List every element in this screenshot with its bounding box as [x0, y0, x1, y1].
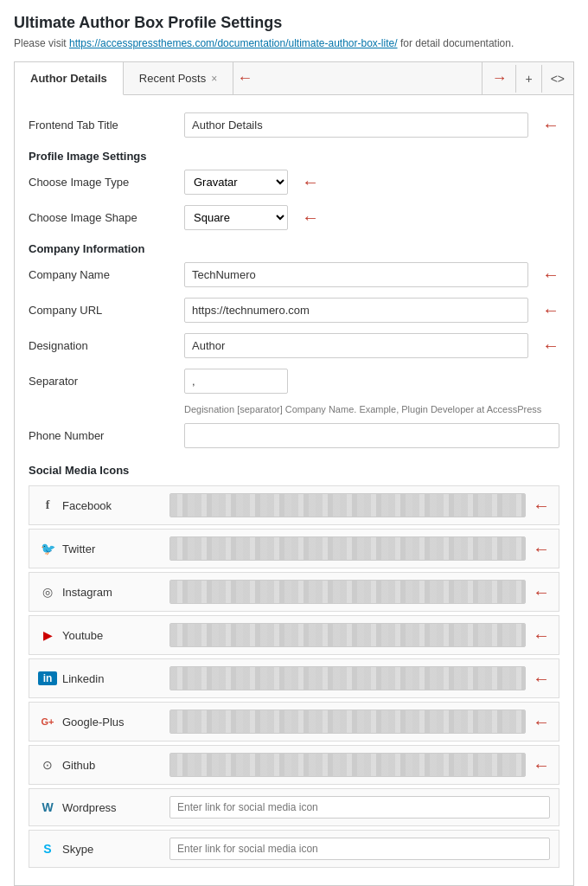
google-plus-arrow: ←	[533, 712, 550, 732]
profile-image-section-title: Profile Image Settings	[29, 150, 559, 163]
instagram-label: Instagram	[57, 586, 169, 599]
tab-recent-posts-label: Recent Posts	[139, 72, 206, 85]
twitter-arrow: ←	[533, 539, 550, 559]
choose-image-shape-row: Choose Image Shape Square Circle ←	[29, 205, 559, 230]
linkedin-input[interactable]	[169, 666, 526, 690]
choose-image-type-label: Choose Image Type	[29, 176, 184, 189]
designation-input[interactable]	[184, 333, 528, 358]
separator-input[interactable]	[184, 369, 288, 394]
company-url-arrow: ←	[542, 300, 559, 320]
doc-link-text: Please visit https://accesspressthemes.c…	[14, 37, 574, 49]
social-media-section-title: Social Media Icons	[29, 464, 559, 477]
phone-number-input-wrap	[184, 423, 559, 448]
designation-input-wrap: ←	[184, 333, 559, 358]
social-row-facebook: f Facebook ←	[29, 485, 559, 525]
youtube-arrow: ←	[533, 626, 550, 645]
choose-image-shape-select[interactable]: Square Circle	[184, 205, 288, 230]
linkedin-icon: in	[38, 671, 57, 685]
github-input[interactable]	[169, 753, 526, 777]
choose-image-type-row: Choose Image Type Gravatar Custom Image …	[29, 170, 559, 195]
doc-link[interactable]: https://accesspressthemes.com/documentat…	[69, 37, 398, 49]
facebook-arrow: ←	[533, 496, 550, 516]
social-row-google-plus: G+ Google-Plus ←	[29, 702, 559, 742]
choose-image-type-wrap: Gravatar Custom Image ←	[184, 170, 559, 195]
github-icon: ⊙	[38, 758, 57, 772]
linkedin-arrow: ←	[533, 669, 550, 689]
company-name-row: Company Name ←	[29, 262, 559, 287]
separator-row: Separator	[29, 369, 559, 394]
company-info-section-title: Company Information	[29, 242, 559, 255]
company-url-input-wrap: ←	[184, 298, 559, 323]
choose-image-shape-wrap: Square Circle ←	[184, 205, 559, 230]
facebook-input[interactable]	[169, 493, 526, 517]
instagram-icon: ◎	[38, 585, 57, 599]
content-area: Frontend Tab Title ← Profile Image Setti…	[14, 94, 574, 886]
wordpress-input[interactable]	[169, 796, 550, 819]
company-url-row: Company URL ←	[29, 298, 559, 323]
frontend-title-arrow: ←	[542, 115, 559, 135]
facebook-icon: f	[38, 498, 57, 512]
separator-input-wrap	[184, 369, 559, 394]
twitter-icon: 🐦	[38, 542, 57, 555]
code-button[interactable]: <>	[541, 65, 573, 93]
social-row-twitter: 🐦 Twitter ←	[29, 529, 559, 568]
wordpress-label: Wordpress	[57, 801, 169, 814]
phone-number-label: Phone Number	[29, 429, 184, 442]
youtube-input[interactable]	[169, 623, 526, 647]
company-name-input[interactable]	[184, 262, 528, 287]
skype-label: Skype	[57, 843, 169, 856]
company-name-input-wrap: ←	[184, 262, 559, 287]
instagram-arrow: ←	[533, 582, 550, 602]
skype-icon: S	[38, 842, 57, 856]
phone-number-input[interactable]	[184, 423, 559, 448]
phone-number-row: Phone Number	[29, 423, 559, 448]
tab-actions: → + <>	[482, 62, 573, 94]
separator-label: Separator	[29, 375, 184, 388]
youtube-icon: ▶	[38, 628, 57, 642]
twitter-input[interactable]	[169, 536, 526, 561]
left-arrow-indicator: ←	[233, 62, 256, 94]
linkedin-label: Linkedin	[57, 672, 169, 685]
social-row-linkedin: in Linkedin ←	[29, 658, 559, 698]
designation-arrow: ←	[542, 336, 559, 356]
facebook-label: Facebook	[57, 499, 169, 512]
company-url-label: Company URL	[29, 304, 184, 317]
social-row-skype: S Skype	[29, 830, 559, 868]
frontend-tab-title-input[interactable]	[184, 112, 528, 138]
twitter-label: Twitter	[57, 543, 169, 555]
social-row-github: ⊙ Github ←	[29, 745, 559, 785]
image-shape-arrow: ←	[302, 208, 319, 228]
image-type-arrow: ←	[302, 172, 319, 192]
company-name-label: Company Name	[29, 268, 184, 281]
social-row-wordpress: W Wordpress	[29, 788, 559, 826]
google-plus-label: Google-Plus	[57, 716, 169, 729]
frontend-tab-title-row: Frontend Tab Title ←	[29, 112, 559, 138]
frontend-tab-title-input-wrap: ←	[184, 112, 559, 138]
separator-hint: Degisnation [separator] Company Name. Ex…	[184, 404, 559, 414]
page-title: Ultimate Author Box Profile Settings	[14, 14, 574, 32]
github-arrow: ←	[533, 755, 550, 775]
wordpress-icon: W	[38, 800, 57, 814]
designation-label: Designation	[29, 339, 184, 352]
designation-row: Designation ←	[29, 333, 559, 358]
frontend-tab-title-label: Frontend Tab Title	[29, 119, 184, 132]
tab-recent-posts[interactable]: Recent Posts ×	[124, 62, 233, 94]
tabs-bar: Author Details Recent Posts × ← → + <>	[14, 61, 574, 94]
social-row-instagram: ◎ Instagram ←	[29, 572, 559, 612]
github-label: Github	[57, 759, 169, 772]
company-name-arrow: ←	[542, 265, 559, 285]
google-plus-icon: G+	[38, 716, 57, 727]
google-plus-input[interactable]	[169, 709, 526, 734]
choose-image-type-select[interactable]: Gravatar Custom Image	[184, 170, 288, 195]
tab-author-details-label: Author Details	[30, 72, 107, 85]
instagram-input[interactable]	[169, 580, 526, 604]
right-arrow-indicator: →	[482, 62, 515, 94]
social-row-youtube: ▶ Youtube ←	[29, 615, 559, 655]
youtube-label: Youtube	[57, 629, 169, 642]
add-tab-button[interactable]: +	[515, 65, 540, 93]
company-url-input[interactable]	[184, 298, 528, 323]
choose-image-shape-label: Choose Image Shape	[29, 211, 184, 224]
skype-input[interactable]	[169, 838, 550, 860]
tab-author-details[interactable]: Author Details	[15, 62, 124, 95]
close-tab-icon[interactable]: ×	[211, 74, 217, 84]
